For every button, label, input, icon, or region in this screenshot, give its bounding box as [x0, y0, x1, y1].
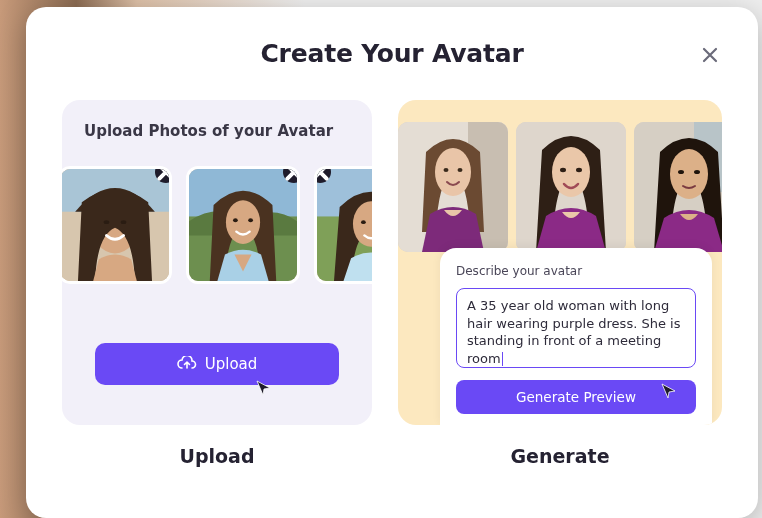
svg-point-3 — [104, 220, 110, 224]
cursor-icon — [660, 382, 678, 400]
upload-button-label: Upload — [205, 355, 258, 373]
option-label-generate: Generate — [510, 445, 609, 467]
close-button[interactable] — [696, 41, 724, 69]
prompt-input[interactable]: A 35 year old woman with long hair weari… — [456, 288, 696, 368]
svg-point-27 — [678, 170, 684, 174]
generate-sample — [516, 122, 626, 252]
upload-thumbnails — [62, 166, 372, 284]
upload-heading: Upload Photos of your Avatar — [62, 122, 372, 140]
delete-thumb-button[interactable] — [314, 166, 331, 183]
svg-point-18 — [444, 168, 449, 172]
generate-sample — [398, 122, 508, 252]
generate-preview-button[interactable]: Generate Preview — [456, 380, 696, 414]
create-avatar-modal: Create Your Avatar Upload Photos of your… — [26, 7, 758, 518]
cloud-upload-icon — [177, 356, 197, 372]
svg-point-7 — [226, 200, 260, 244]
prompt-label: Describe your avatar — [456, 264, 696, 278]
svg-point-23 — [576, 168, 582, 172]
svg-point-17 — [435, 148, 471, 196]
delete-thumb-button[interactable] — [283, 166, 300, 183]
svg-point-22 — [560, 168, 566, 172]
generate-button-label: Generate Preview — [516, 389, 636, 405]
svg-point-8 — [233, 218, 238, 222]
cursor-icon — [255, 379, 273, 397]
close-icon — [155, 166, 172, 183]
option-upload[interactable]: Upload Photos of your Avatar — [62, 100, 372, 498]
upload-thumb[interactable] — [62, 166, 172, 284]
text-caret — [502, 352, 503, 366]
svg-point-21 — [552, 147, 590, 197]
close-icon — [283, 166, 300, 183]
option-row: Upload Photos of your Avatar — [62, 100, 722, 498]
generate-card: Describe your avatar A 35 year old woman… — [398, 100, 722, 425]
svg-point-13 — [361, 220, 366, 224]
close-icon — [314, 166, 331, 183]
svg-point-4 — [121, 220, 127, 224]
svg-point-26 — [670, 149, 708, 199]
upload-thumb[interactable] — [314, 166, 372, 284]
svg-point-28 — [694, 170, 700, 174]
option-generate[interactable]: Describe your avatar A 35 year old woman… — [398, 100, 722, 498]
close-icon — [701, 46, 719, 64]
option-label-upload: Upload — [179, 445, 254, 467]
upload-button[interactable]: Upload — [95, 343, 339, 385]
generate-sample — [634, 122, 722, 252]
prompt-text: A 35 year old woman with long hair weari… — [467, 298, 680, 366]
modal-title: Create Your Avatar — [62, 39, 722, 68]
prompt-panel: Describe your avatar A 35 year old woman… — [440, 248, 712, 425]
svg-point-19 — [458, 168, 463, 172]
upload-thumb[interactable] — [186, 166, 300, 284]
delete-thumb-button[interactable] — [155, 166, 172, 183]
upload-card: Upload Photos of your Avatar — [62, 100, 372, 425]
svg-point-9 — [248, 218, 253, 222]
generate-sample-row — [398, 122, 722, 252]
